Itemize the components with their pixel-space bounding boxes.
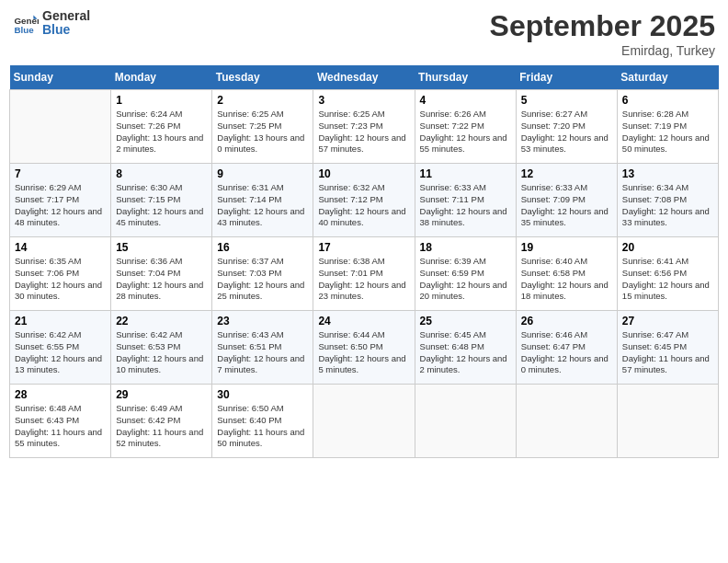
sunset-text: Sunset: 7:22 PM [420, 121, 511, 132]
day-number: 24 [318, 315, 409, 327]
calendar-cell [10, 90, 111, 164]
sunset-text: Sunset: 7:04 PM [116, 268, 207, 280]
daylight-text: Daylight: 11 hours and 52 minutes. [116, 427, 207, 451]
day-number: 18 [420, 241, 511, 254]
sunset-text: Sunset: 7:19 PM [622, 121, 713, 132]
day-number: 12 [521, 167, 612, 180]
day-number: 3 [318, 94, 409, 107]
col-header-friday: Friday [516, 65, 617, 90]
calendar-cell: 26Sunrise: 6:46 AMSunset: 6:47 PMDayligh… [516, 311, 617, 385]
day-number: 7 [15, 167, 106, 180]
sunrise-text: Sunrise: 6:33 AM [420, 182, 511, 194]
sunset-text: Sunset: 6:50 PM [318, 341, 409, 353]
calendar-cell: 2Sunrise: 6:25 AMSunset: 7:25 PMDaylight… [212, 90, 313, 164]
sunset-text: Sunset: 6:43 PM [15, 415, 106, 427]
calendar-cell [415, 385, 516, 458]
sunrise-text: Sunrise: 6:38 AM [318, 256, 409, 268]
sunrise-text: Sunrise: 6:44 AM [318, 329, 409, 341]
sunset-text: Sunset: 7:12 PM [318, 194, 409, 206]
calendar-cell: 21Sunrise: 6:42 AMSunset: 6:55 PMDayligh… [10, 311, 111, 385]
day-number: 22 [116, 315, 207, 327]
calendar-cell: 29Sunrise: 6:49 AMSunset: 6:42 PMDayligh… [111, 385, 212, 458]
day-number: 26 [521, 315, 612, 327]
sunrise-text: Sunrise: 6:25 AM [318, 109, 409, 121]
calendar-cell: 18Sunrise: 6:39 AMSunset: 6:59 PMDayligh… [415, 237, 516, 311]
day-number: 27 [622, 315, 713, 327]
sunset-text: Sunset: 6:42 PM [116, 415, 207, 427]
calendar-cell: 30Sunrise: 6:50 AMSunset: 6:40 PMDayligh… [212, 385, 313, 458]
day-number: 10 [318, 167, 409, 180]
sunrise-text: Sunrise: 6:28 AM [622, 109, 713, 121]
day-info: Sunrise: 6:24 AMSunset: 7:26 PMDaylight:… [116, 109, 207, 155]
col-header-saturday: Saturday [617, 65, 718, 90]
daylight-text: Daylight: 12 hours and 33 minutes. [622, 206, 713, 230]
daylight-text: Daylight: 12 hours and 18 minutes. [521, 280, 612, 304]
daylight-text: Daylight: 12 hours and 7 minutes. [217, 353, 308, 377]
daylight-text: Daylight: 12 hours and 25 minutes. [217, 280, 308, 304]
day-number: 14 [15, 241, 106, 254]
sunset-text: Sunset: 6:40 PM [217, 415, 308, 427]
day-info: Sunrise: 6:36 AMSunset: 7:04 PMDaylight:… [116, 256, 207, 303]
daylight-text: Daylight: 12 hours and 15 minutes. [622, 280, 713, 304]
daylight-text: Daylight: 12 hours and 5 minutes. [318, 353, 409, 377]
sunrise-text: Sunrise: 6:35 AM [15, 256, 106, 268]
day-info: Sunrise: 6:27 AMSunset: 7:20 PMDaylight:… [521, 109, 612, 155]
sunrise-text: Sunrise: 6:24 AM [116, 109, 207, 121]
day-info: Sunrise: 6:45 AMSunset: 6:48 PMDaylight:… [420, 329, 511, 376]
sunrise-text: Sunrise: 6:25 AM [217, 109, 308, 121]
calendar-table: SundayMondayTuesdayWednesdayThursdayFrid… [9, 65, 719, 458]
calendar-cell: 17Sunrise: 6:38 AMSunset: 7:01 PMDayligh… [313, 237, 415, 311]
title-block: September 2025 Emirdag, Turkey [490, 9, 715, 58]
day-info: Sunrise: 6:44 AMSunset: 6:50 PMDaylight:… [318, 329, 409, 376]
calendar-cell: 24Sunrise: 6:44 AMSunset: 6:50 PMDayligh… [313, 311, 415, 385]
day-info: Sunrise: 6:25 AMSunset: 7:23 PMDaylight:… [318, 109, 409, 155]
daylight-text: Daylight: 12 hours and 55 minutes. [420, 132, 511, 156]
sunset-text: Sunset: 7:26 PM [116, 121, 207, 132]
day-number: 4 [420, 94, 511, 107]
day-info: Sunrise: 6:37 AMSunset: 7:03 PMDaylight:… [217, 256, 308, 303]
day-info: Sunrise: 6:34 AMSunset: 7:08 PMDaylight:… [622, 182, 713, 229]
day-number: 29 [116, 388, 207, 401]
calendar-cell: 5Sunrise: 6:27 AMSunset: 7:20 PMDaylight… [516, 90, 617, 164]
day-number: 13 [622, 167, 713, 180]
day-number: 23 [217, 315, 308, 327]
sunrise-text: Sunrise: 6:36 AM [116, 256, 207, 268]
daylight-text: Daylight: 11 hours and 55 minutes. [15, 427, 106, 451]
calendar-cell: 22Sunrise: 6:42 AMSunset: 6:53 PMDayligh… [111, 311, 212, 385]
sunrise-text: Sunrise: 6:39 AM [420, 256, 511, 268]
logo-general: General [42, 9, 90, 23]
calendar-cell: 7Sunrise: 6:29 AMSunset: 7:17 PMDaylight… [10, 164, 111, 237]
sunset-text: Sunset: 7:01 PM [318, 268, 409, 280]
daylight-text: Daylight: 12 hours and 13 minutes. [15, 353, 106, 377]
sunrise-text: Sunrise: 6:29 AM [15, 182, 106, 194]
calendar-cell: 20Sunrise: 6:41 AMSunset: 6:56 PMDayligh… [617, 237, 718, 311]
day-info: Sunrise: 6:48 AMSunset: 6:43 PMDaylight:… [15, 403, 106, 450]
calendar-cell: 10Sunrise: 6:32 AMSunset: 7:12 PMDayligh… [313, 164, 415, 237]
sunrise-text: Sunrise: 6:31 AM [217, 182, 308, 194]
sunset-text: Sunset: 6:58 PM [521, 268, 612, 280]
col-header-thursday: Thursday [415, 65, 516, 90]
calendar-week-5: 28Sunrise: 6:48 AMSunset: 6:43 PMDayligh… [10, 385, 719, 458]
day-number: 8 [116, 167, 207, 180]
calendar-cell: 27Sunrise: 6:47 AMSunset: 6:45 PMDayligh… [617, 311, 718, 385]
calendar-cell: 9Sunrise: 6:31 AMSunset: 7:14 PMDaylight… [212, 164, 313, 237]
day-info: Sunrise: 6:50 AMSunset: 6:40 PMDaylight:… [217, 403, 308, 450]
daylight-text: Daylight: 12 hours and 40 minutes. [318, 206, 409, 230]
day-info: Sunrise: 6:30 AMSunset: 7:15 PMDaylight:… [116, 182, 207, 229]
sunrise-text: Sunrise: 6:32 AM [318, 182, 409, 194]
daylight-text: Daylight: 12 hours and 28 minutes. [116, 280, 207, 304]
day-number: 11 [420, 167, 511, 180]
sunrise-text: Sunrise: 6:30 AM [116, 182, 207, 194]
day-info: Sunrise: 6:33 AMSunset: 7:09 PMDaylight:… [521, 182, 612, 229]
logo-icon: General Blue [13, 10, 39, 36]
daylight-text: Daylight: 12 hours and 43 minutes. [217, 206, 308, 230]
location-subtitle: Emirdag, Turkey [490, 43, 715, 58]
daylight-text: Daylight: 12 hours and 10 minutes. [116, 353, 207, 377]
day-number: 17 [318, 241, 409, 254]
daylight-text: Daylight: 12 hours and 23 minutes. [318, 280, 409, 304]
sunrise-text: Sunrise: 6:45 AM [420, 329, 511, 341]
daylight-text: Daylight: 13 hours and 0 minutes. [217, 132, 308, 156]
day-number: 25 [420, 315, 511, 327]
sunrise-text: Sunrise: 6:47 AM [622, 329, 713, 341]
sunset-text: Sunset: 7:03 PM [217, 268, 308, 280]
